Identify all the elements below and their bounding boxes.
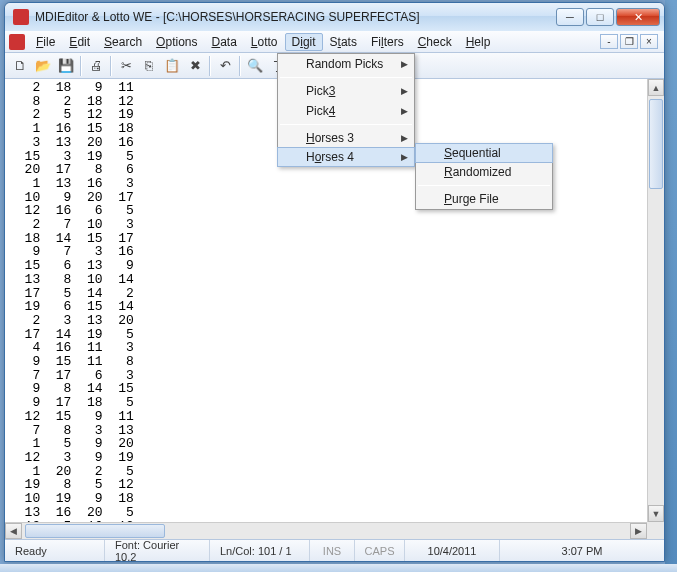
menu-horses-4[interactable]: Horses 4▶	[277, 147, 415, 167]
menu-stats[interactable]: Stats	[323, 33, 364, 51]
desktop-right-strip	[665, 0, 677, 572]
copy-icon[interactable]: ⎘	[138, 55, 160, 77]
menubar: File Edit Search Options Data Lotto Digi…	[5, 31, 664, 53]
cut-icon[interactable]: ✂	[115, 55, 137, 77]
vertical-scrollbar[interactable]: ▲ ▼	[647, 79, 664, 522]
menu-randomized[interactable]: Randomized	[416, 162, 552, 182]
save-icon[interactable]: 💾	[55, 55, 77, 77]
hscroll-thumb[interactable]	[25, 524, 165, 538]
mdi-close-button[interactable]: ×	[640, 34, 658, 49]
app-icon	[13, 9, 29, 25]
titlebar[interactable]: MDIEditor & Lotto WE - [C:\HORSES\HORSER…	[5, 3, 664, 31]
menu-purge-file[interactable]: Purge File	[416, 189, 552, 209]
menu-horses-3[interactable]: Horses 3▶	[278, 128, 414, 148]
scroll-right-icon[interactable]: ▶	[630, 523, 647, 539]
maximize-button[interactable]: □	[586, 8, 614, 26]
undo-icon[interactable]: ↶	[214, 55, 236, 77]
scroll-left-icon[interactable]: ◀	[5, 523, 22, 539]
scroll-up-icon[interactable]: ▲	[648, 79, 664, 96]
horizontal-scrollbar[interactable]: ◀ ▶	[5, 522, 647, 539]
menu-check[interactable]: Check	[411, 33, 459, 51]
window-title: MDIEditor & Lotto WE - [C:\HORSES\HORSER…	[35, 10, 556, 24]
digit-dropdown: Random Picks▶ Pick 3▶ Pick 4▶ Horses 3▶ …	[277, 53, 415, 167]
scroll-corner	[647, 522, 664, 539]
status-lncol: Ln/Col: 101 / 1	[210, 540, 310, 561]
menu-random-picks[interactable]: Random Picks▶	[278, 54, 414, 74]
paste-icon[interactable]: 📋	[161, 55, 183, 77]
mdi-doc-icon[interactable]	[9, 34, 25, 50]
mdi-restore-button[interactable]: ❐	[620, 34, 638, 49]
menu-digit[interactable]: Digit	[285, 33, 323, 51]
print-icon[interactable]: 🖨	[85, 55, 107, 77]
menu-options[interactable]: Options	[149, 33, 204, 51]
mdi-minimize-button[interactable]: -	[600, 34, 618, 49]
status-date: 10/4/2011	[405, 540, 500, 561]
minimize-button[interactable]: ─	[556, 8, 584, 26]
status-ins: INS	[310, 540, 355, 561]
menu-lotto[interactable]: Lotto	[244, 33, 285, 51]
menu-edit[interactable]: Edit	[62, 33, 97, 51]
menu-filters[interactable]: Filters	[364, 33, 411, 51]
new-icon[interactable]: 🗋	[9, 55, 31, 77]
status-font: Font: Courier 10.2	[105, 540, 210, 561]
taskbar-edge	[0, 564, 677, 572]
status-caps: CAPS	[355, 540, 405, 561]
menu-help[interactable]: Help	[459, 33, 498, 51]
menu-sequential[interactable]: Sequential	[415, 143, 553, 163]
find-icon[interactable]: 🔍	[244, 55, 266, 77]
statusbar: Ready Font: Courier 10.2 Ln/Col: 101 / 1…	[5, 539, 664, 561]
status-ready: Ready	[5, 540, 105, 561]
menu-search[interactable]: Search	[97, 33, 149, 51]
menu-pick-3[interactable]: Pick 3▶	[278, 81, 414, 101]
close-button[interactable]: ✕	[616, 8, 660, 26]
vscroll-thumb[interactable]	[649, 99, 663, 189]
open-icon[interactable]: 📂	[32, 55, 54, 77]
scroll-down-icon[interactable]: ▼	[648, 505, 664, 522]
menu-data[interactable]: Data	[204, 33, 243, 51]
delete-icon[interactable]: ✖	[184, 55, 206, 77]
menu-pick-4[interactable]: Pick 4▶	[278, 101, 414, 121]
menu-file[interactable]: File	[29, 33, 62, 51]
horses4-dropdown: Sequential Randomized Purge File	[415, 143, 553, 210]
status-time: 3:07 PM	[500, 540, 664, 561]
